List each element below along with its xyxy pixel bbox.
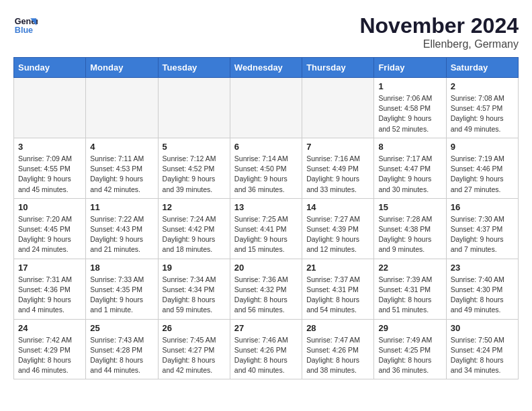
day-info: Sunrise: 7:31 AMSunset: 4:36 PMDaylight:…	[18, 275, 81, 316]
day-info: Sunrise: 7:08 AMSunset: 4:57 PMDaylight:…	[451, 93, 514, 134]
calendar-week-row: 1Sunrise: 7:06 AMSunset: 4:58 PMDaylight…	[14, 78, 519, 138]
day-info: Sunrise: 7:16 AMSunset: 4:49 PMDaylight:…	[306, 154, 369, 195]
day-number: 22	[378, 263, 441, 273]
day-number: 7	[306, 142, 369, 152]
calendar-day-cell: 19Sunrise: 7:34 AMSunset: 4:34 PMDayligh…	[158, 259, 230, 319]
calendar-day-cell: 16Sunrise: 7:30 AMSunset: 4:37 PMDayligh…	[446, 198, 518, 259]
day-info: Sunrise: 7:12 AMSunset: 4:52 PMDaylight:…	[163, 154, 226, 195]
calendar-day-cell: 23Sunrise: 7:40 AMSunset: 4:30 PMDayligh…	[446, 259, 518, 319]
day-number: 8	[378, 142, 441, 152]
day-number: 28	[306, 323, 369, 333]
calendar-day-cell	[302, 78, 374, 138]
calendar-day-cell: 10Sunrise: 7:20 AMSunset: 4:45 PMDayligh…	[14, 198, 86, 259]
day-info: Sunrise: 7:24 AMSunset: 4:42 PMDaylight:…	[163, 214, 226, 255]
calendar-day-cell: 30Sunrise: 7:50 AMSunset: 4:24 PMDayligh…	[446, 319, 518, 379]
day-number: 19	[163, 263, 226, 273]
weekday-header-cell: Sunday	[14, 58, 86, 78]
calendar-day-cell: 1Sunrise: 7:06 AMSunset: 4:58 PMDaylight…	[374, 78, 446, 138]
day-number: 12	[163, 202, 226, 212]
calendar-day-cell: 18Sunrise: 7:33 AMSunset: 4:35 PMDayligh…	[86, 259, 158, 319]
day-number: 15	[378, 202, 441, 212]
weekday-header-cell: Monday	[86, 58, 158, 78]
weekday-header-row: SundayMondayTuesdayWednesdayThursdayFrid…	[14, 58, 519, 78]
calendar-week-row: 24Sunrise: 7:42 AMSunset: 4:29 PMDayligh…	[14, 319, 519, 379]
calendar-day-cell	[158, 78, 230, 138]
calendar-week-row: 17Sunrise: 7:31 AMSunset: 4:36 PMDayligh…	[14, 259, 519, 319]
month-title: November 2024	[359, 13, 519, 38]
calendar-day-cell: 17Sunrise: 7:31 AMSunset: 4:36 PMDayligh…	[14, 259, 86, 319]
day-number: 20	[234, 263, 298, 273]
day-info: Sunrise: 7:40 AMSunset: 4:30 PMDaylight:…	[451, 275, 514, 316]
calendar-day-cell: 15Sunrise: 7:28 AMSunset: 4:38 PMDayligh…	[374, 198, 446, 259]
calendar-day-cell: 29Sunrise: 7:49 AMSunset: 4:25 PMDayligh…	[374, 319, 446, 379]
day-info: Sunrise: 7:25 AMSunset: 4:41 PMDaylight:…	[234, 214, 298, 255]
day-info: Sunrise: 7:14 AMSunset: 4:50 PMDaylight:…	[234, 154, 298, 195]
day-info: Sunrise: 7:47 AMSunset: 4:26 PMDaylight:…	[306, 335, 369, 376]
calendar-day-cell: 6Sunrise: 7:14 AMSunset: 4:50 PMDaylight…	[230, 138, 302, 198]
day-number: 26	[163, 323, 226, 333]
day-number: 11	[90, 202, 153, 212]
calendar-day-cell: 14Sunrise: 7:27 AMSunset: 4:39 PMDayligh…	[302, 198, 374, 259]
weekday-header-cell: Thursday	[302, 58, 374, 78]
calendar-day-cell: 26Sunrise: 7:45 AMSunset: 4:27 PMDayligh…	[158, 319, 230, 379]
day-number: 25	[90, 323, 153, 333]
day-number: 29	[378, 323, 441, 333]
day-number: 1	[378, 81, 441, 91]
day-number: 27	[234, 323, 298, 333]
day-number: 4	[90, 142, 153, 152]
calendar-day-cell: 7Sunrise: 7:16 AMSunset: 4:49 PMDaylight…	[302, 138, 374, 198]
calendar-body: 1Sunrise: 7:06 AMSunset: 4:58 PMDaylight…	[14, 78, 519, 379]
weekday-header-cell: Wednesday	[230, 58, 302, 78]
calendar-day-cell: 11Sunrise: 7:22 AMSunset: 4:43 PMDayligh…	[86, 198, 158, 259]
day-info: Sunrise: 7:30 AMSunset: 4:37 PMDaylight:…	[451, 214, 514, 255]
calendar-day-cell: 27Sunrise: 7:46 AMSunset: 4:26 PMDayligh…	[230, 319, 302, 379]
calendar-day-cell: 24Sunrise: 7:42 AMSunset: 4:29 PMDayligh…	[14, 319, 86, 379]
day-info: Sunrise: 7:22 AMSunset: 4:43 PMDaylight:…	[90, 214, 153, 255]
calendar-day-cell: 2Sunrise: 7:08 AMSunset: 4:57 PMDaylight…	[446, 78, 518, 138]
day-number: 24	[18, 323, 81, 333]
calendar-week-row: 10Sunrise: 7:20 AMSunset: 4:45 PMDayligh…	[14, 198, 519, 259]
calendar-day-cell: 22Sunrise: 7:39 AMSunset: 4:31 PMDayligh…	[374, 259, 446, 319]
day-info: Sunrise: 7:49 AMSunset: 4:25 PMDaylight:…	[378, 335, 441, 376]
day-info: Sunrise: 7:42 AMSunset: 4:29 PMDaylight:…	[18, 335, 81, 376]
calendar-day-cell: 28Sunrise: 7:47 AMSunset: 4:26 PMDayligh…	[302, 319, 374, 379]
day-number: 30	[451, 323, 514, 333]
day-info: Sunrise: 7:45 AMSunset: 4:27 PMDaylight:…	[163, 335, 226, 376]
calendar-table: SundayMondayTuesdayWednesdayThursdayFrid…	[13, 57, 519, 379]
calendar-day-cell: 3Sunrise: 7:09 AMSunset: 4:55 PMDaylight…	[14, 138, 86, 198]
day-number: 17	[18, 263, 81, 273]
day-info: Sunrise: 7:19 AMSunset: 4:46 PMDaylight:…	[451, 154, 514, 195]
day-info: Sunrise: 7:28 AMSunset: 4:38 PMDaylight:…	[378, 214, 441, 255]
day-number: 6	[234, 142, 298, 152]
day-number: 3	[18, 142, 81, 152]
page-header: General Blue November 2024 Ellenberg, Ge…	[13, 13, 519, 50]
calendar-day-cell: 20Sunrise: 7:36 AMSunset: 4:32 PMDayligh…	[230, 259, 302, 319]
day-info: Sunrise: 7:46 AMSunset: 4:26 PMDaylight:…	[234, 335, 298, 376]
calendar-week-row: 3Sunrise: 7:09 AMSunset: 4:55 PMDaylight…	[14, 138, 519, 198]
calendar-day-cell: 25Sunrise: 7:43 AMSunset: 4:28 PMDayligh…	[86, 319, 158, 379]
calendar-day-cell: 9Sunrise: 7:19 AMSunset: 4:46 PMDaylight…	[446, 138, 518, 198]
title-area: November 2024 Ellenberg, Germany	[359, 13, 519, 50]
calendar-day-cell: 13Sunrise: 7:25 AMSunset: 4:41 PMDayligh…	[230, 198, 302, 259]
day-number: 2	[451, 81, 514, 91]
day-number: 21	[306, 263, 369, 273]
day-info: Sunrise: 7:50 AMSunset: 4:24 PMDaylight:…	[451, 335, 514, 376]
calendar-day-cell: 4Sunrise: 7:11 AMSunset: 4:53 PMDaylight…	[86, 138, 158, 198]
day-number: 10	[18, 202, 81, 212]
day-number: 9	[451, 142, 514, 152]
day-number: 18	[90, 263, 153, 273]
day-info: Sunrise: 7:11 AMSunset: 4:53 PMDaylight:…	[90, 154, 153, 195]
day-info: Sunrise: 7:06 AMSunset: 4:58 PMDaylight:…	[378, 93, 441, 134]
day-info: Sunrise: 7:37 AMSunset: 4:31 PMDaylight:…	[306, 275, 369, 316]
calendar-day-cell: 21Sunrise: 7:37 AMSunset: 4:31 PMDayligh…	[302, 259, 374, 319]
calendar-day-cell: 12Sunrise: 7:24 AMSunset: 4:42 PMDayligh…	[158, 198, 230, 259]
day-info: Sunrise: 7:36 AMSunset: 4:32 PMDaylight:…	[234, 275, 298, 316]
day-number: 23	[451, 263, 514, 273]
day-info: Sunrise: 7:09 AMSunset: 4:55 PMDaylight:…	[18, 154, 81, 195]
calendar-day-cell: 8Sunrise: 7:17 AMSunset: 4:47 PMDaylight…	[374, 138, 446, 198]
weekday-header-cell: Tuesday	[158, 58, 230, 78]
day-number: 14	[306, 202, 369, 212]
day-info: Sunrise: 7:43 AMSunset: 4:28 PMDaylight:…	[90, 335, 153, 376]
day-info: Sunrise: 7:34 AMSunset: 4:34 PMDaylight:…	[163, 275, 226, 316]
day-number: 16	[451, 202, 514, 212]
